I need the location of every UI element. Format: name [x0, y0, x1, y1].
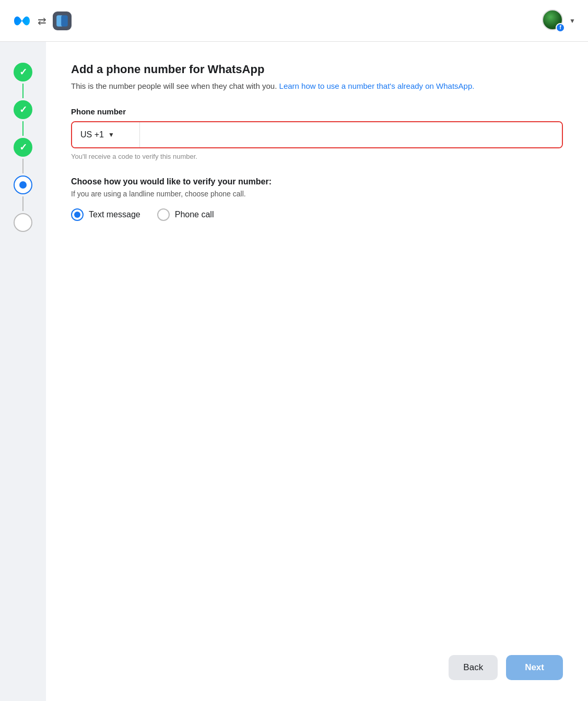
sidebar-item-step2: ✓ — [14, 100, 32, 119]
page-subtitle: This is the number people will see when … — [71, 80, 563, 92]
bottom-bar: Back Next — [449, 655, 563, 680]
sidebar-item-step1: ✓ — [14, 63, 32, 81]
sidebar-item-step4 — [14, 176, 32, 194]
sidebar-item-step5 — [14, 213, 32, 232]
facebook-badge-label: f — [559, 25, 561, 30]
step1-circle: ✓ — [14, 63, 32, 81]
verification-radio-group: Text message Phone call — [71, 208, 563, 221]
step3-circle: ✓ — [14, 138, 32, 157]
country-code-select[interactable]: US +1 ▼ — [72, 122, 140, 147]
country-code-label: US +1 — [80, 130, 104, 139]
radio-text-message[interactable]: Text message — [71, 208, 140, 221]
verify-title: Choose how you would like to verify your… — [71, 177, 563, 186]
radio-text-message-inner-dot — [74, 212, 80, 218]
chevron-down-icon: ▼ — [108, 131, 114, 138]
step5-inactive-dot — [19, 219, 27, 226]
step2-check-icon: ✓ — [19, 104, 27, 115]
svg-rect-3 — [61, 15, 68, 27]
radio-phone-call-circle[interactable] — [157, 208, 170, 221]
step4-active-dot — [19, 181, 27, 189]
radio-text-message-label: Text message — [89, 210, 140, 219]
sidebar: ✓ ✓ ✓ — [0, 42, 46, 701]
step5-circle — [14, 213, 32, 232]
step4-circle — [14, 176, 32, 194]
helper-text: You'll receive a code to verify this num… — [71, 153, 563, 160]
verify-subtitle: If you are using a landline number, choo… — [71, 190, 563, 198]
radio-phone-call[interactable]: Phone call — [157, 208, 214, 221]
phone-label: Phone number — [71, 107, 563, 116]
step1-check-icon: ✓ — [19, 66, 27, 78]
subtitle-text: This is the number people will see when … — [71, 81, 277, 90]
step3-check-icon: ✓ — [19, 142, 27, 153]
sidebar-item-step3: ✓ — [14, 138, 32, 157]
sync-icon: ⇄ — [38, 15, 46, 27]
topbar-right[interactable]: f ▼ — [542, 9, 575, 32]
meta-logo-icon — [13, 11, 31, 30]
facebook-badge: f — [556, 23, 565, 32]
back-button[interactable]: Back — [449, 655, 498, 680]
phone-number-input[interactable] — [140, 122, 562, 147]
radio-text-message-circle[interactable] — [71, 208, 84, 221]
account-dropdown-arrow[interactable]: ▼ — [569, 17, 575, 25]
learn-link[interactable]: Learn how to use a number that's already… — [279, 81, 475, 90]
connector-3-4 — [22, 159, 23, 173]
avatar[interactable]: f — [542, 9, 565, 32]
step2-circle: ✓ — [14, 100, 32, 119]
page-title: Add a phone number for WhatsApp — [71, 63, 563, 76]
connector-4-5 — [22, 196, 23, 211]
connector-2-3 — [22, 121, 23, 136]
connector-1-2 — [22, 84, 23, 98]
next-button[interactable]: Next — [506, 655, 563, 680]
phone-input-wrapper: US +1 ▼ — [71, 121, 563, 148]
radio-phone-call-label: Phone call — [175, 210, 214, 219]
whatsapp-icon — [53, 11, 72, 30]
main-layout: ✓ ✓ ✓ — [0, 42, 588, 701]
content-area: Add a phone number for WhatsApp This is … — [46, 42, 588, 701]
topbar-left: ⇄ — [13, 11, 72, 30]
topbar: ⇄ f ▼ — [0, 0, 588, 42]
